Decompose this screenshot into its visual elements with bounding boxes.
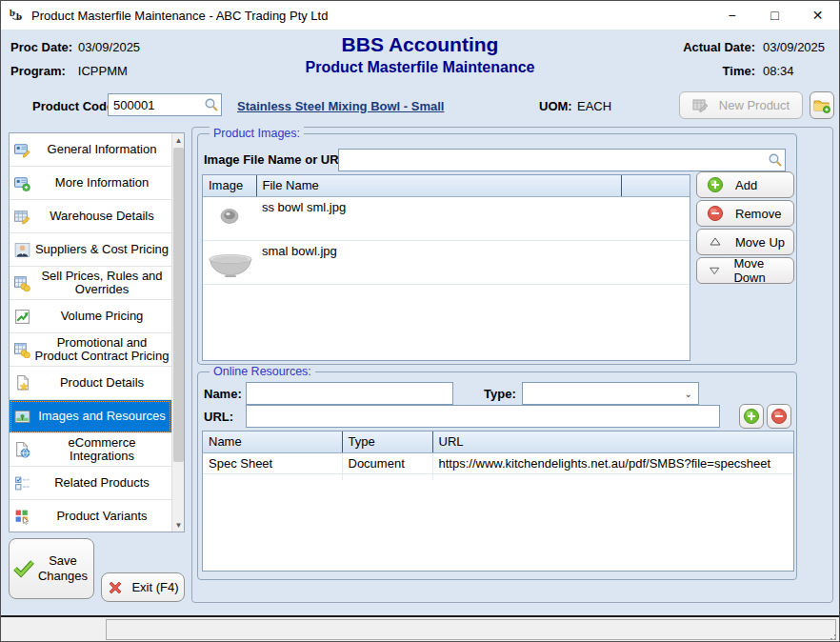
time-value: 08:34 — [763, 59, 831, 83]
add-button[interactable]: Add — [696, 171, 794, 198]
product-images-table[interactable]: Image File Name — [202, 174, 690, 361]
actual-date-label: Actual Date: — [683, 35, 755, 59]
sidebar-item-label: Volume Pricing — [32, 310, 171, 323]
main-panel: Product Images: Image File Name or URL: … — [191, 127, 833, 603]
column-header-image[interactable]: Image — [203, 175, 256, 196]
online-resources-table[interactable]: Name Type URL Spec Sheet Document https:… — [202, 431, 794, 572]
save-check-icon — [13, 558, 36, 579]
add-icon — [707, 176, 724, 193]
scroll-up-icon[interactable]: ▲ — [172, 133, 185, 147]
save-changes-button[interactable]: Save Changes — [9, 538, 94, 599]
table-row[interactable]: Spec Sheet Document https://www.kitchend… — [203, 452, 793, 473]
file-name-cell: smal bowl.jpg — [256, 240, 621, 284]
remove-button-label: Remove — [735, 207, 781, 221]
checklist-icon — [14, 475, 30, 492]
new-product-label: New Product — [719, 98, 790, 112]
sidebar-item-label: Warehouse Details — [32, 210, 171, 223]
exit-button[interactable]: Exit (F4) — [101, 572, 185, 602]
sidebar-item-product-details[interactable]: Product Details — [10, 367, 171, 400]
online-resources-group-label: Online Resources: — [210, 365, 315, 378]
table-header-row: Image File Name — [203, 175, 690, 196]
minimize-button[interactable]: − — [710, 1, 753, 30]
sidebar-item-ecommerce-integrations[interactable]: eCommerce Integrations — [10, 433, 171, 467]
sidebar-item-general-information[interactable]: General Information — [10, 133, 171, 167]
resource-name-label: Name: — [204, 387, 242, 401]
column-header-url[interactable]: URL — [432, 431, 793, 452]
product-images-group-label: Product Images: — [210, 127, 304, 140]
sidebar-scrollbar[interactable]: ▲ ▼ — [171, 133, 184, 532]
sidebar-item-volume-pricing[interactable]: Volume Pricing — [10, 300, 171, 333]
resize-grip[interactable] — [827, 631, 838, 642]
image-file-url-input[interactable] — [338, 149, 786, 171]
product-images-group: Product Images: Image File Name or URL: … — [197, 133, 797, 365]
resource-type-label: Type: — [484, 387, 516, 401]
image-list-buttons: Add Remove Move Up — [696, 171, 794, 286]
move-up-button[interactable]: Move Up — [696, 229, 794, 255]
sidebar-item-label: More Information — [32, 176, 171, 190]
sidebar-item-images-and-resources[interactable]: Images and Resources — [10, 400, 171, 433]
promo-price-icon — [14, 342, 30, 358]
scroll-down-icon[interactable]: ▼ — [172, 518, 185, 532]
header-right: Actual Date:03/09/2025 Time:08:34 — [683, 35, 831, 83]
remove-button[interactable]: Remove — [696, 200, 794, 227]
sidebar-item-sell-prices-rules-overrides[interactable]: Sell Prices, Rules and Overrides — [10, 267, 171, 300]
uom-label: UOM: — [539, 99, 572, 113]
resource-name-input[interactable] — [246, 382, 453, 405]
title-bar: b s b Product Masterfile Maintenance - A… — [1, 1, 839, 30]
resource-url-input[interactable] — [246, 405, 720, 428]
sidebar-item-label: General Information — [32, 143, 171, 156]
table-row[interactable]: ss bowl sml.jpg — [203, 196, 690, 240]
new-product-button[interactable]: New Product — [679, 91, 803, 119]
sidebar-item-label: Product Variants — [32, 510, 171, 523]
sidebar-items: General Information More Information — [10, 133, 171, 532]
online-resources-group: Online Resources: Name: Type: ⌄ URL: — [197, 371, 797, 580]
column-header-type[interactable]: Type — [342, 431, 432, 452]
sidebar-item-label: Promotional and Product Contract Pricing — [32, 336, 171, 363]
image-icon — [14, 409, 30, 425]
move-down-button[interactable]: Move Down — [696, 257, 794, 284]
resource-remove-icon — [770, 408, 788, 425]
status-bar — [1, 617, 839, 642]
sidebar-item-more-information[interactable]: More Information — [10, 167, 171, 200]
resource-url-cell: https://www.kitchendelights.net.au/pdf/S… — [432, 452, 793, 473]
product-code-label: Product Code: — [32, 99, 118, 113]
image-search-icon[interactable] — [768, 152, 783, 168]
resource-url-label: URL: — [204, 410, 233, 424]
add-button-label: Add — [735, 178, 757, 192]
maximize-button[interactable]: □ — [753, 1, 796, 30]
sidebar-item-label: Sell Prices, Rules and Overrides — [32, 270, 171, 296]
open-folder-button[interactable] — [810, 91, 834, 119]
column-header-file-name[interactable]: File Name — [256, 175, 621, 196]
sidebar-item-related-products[interactable]: Related Products — [10, 467, 171, 500]
scrollbar-thumb[interactable] — [173, 148, 184, 462]
resource-name-cell: Spec Sheet — [203, 452, 342, 473]
table-edit-icon — [14, 209, 30, 225]
exit-x-icon — [107, 579, 124, 596]
column-header-blank — [621, 175, 690, 196]
resource-add-button[interactable] — [739, 404, 764, 429]
remove-icon — [707, 205, 724, 222]
resource-type-select[interactable]: ⌄ — [522, 382, 699, 405]
card-add-icon — [14, 175, 30, 191]
price-table-icon — [14, 275, 30, 291]
move-up-icon — [707, 233, 724, 251]
actual-date-value: 03/09/2025 — [763, 35, 831, 59]
svg-text:b: b — [16, 10, 22, 22]
close-button[interactable]: ✕ — [796, 1, 839, 30]
resource-remove-button[interactable] — [767, 404, 791, 429]
app-window: b s b Product Masterfile Maintenance - A… — [0, 0, 840, 642]
sidebar-item-suppliers-cost-pricing[interactable]: Suppliers & Cost Pricing — [10, 233, 171, 267]
product-code-field-wrap — [108, 93, 222, 116]
sidebar-item-warehouse-details[interactable]: Warehouse Details — [10, 200, 171, 233]
sidebar-item-product-variants[interactable]: Product Variants — [10, 500, 171, 532]
variants-icon — [14, 509, 30, 525]
column-header-name[interactable]: Name — [203, 431, 342, 452]
search-icon[interactable] — [204, 97, 219, 112]
sidebar-item-promotional-contract-pricing[interactable]: Promotional and Product Contract Pricing — [10, 333, 171, 367]
product-name-link[interactable]: Stainless Steel Mixing Bowl - Small — [237, 99, 444, 113]
document-star-icon — [14, 375, 30, 391]
table-row[interactable]: smal bowl.jpg — [203, 240, 690, 284]
app-logo-icon: b s b — [9, 7, 26, 24]
card-edit-icon — [14, 142, 30, 158]
move-down-icon — [707, 262, 722, 279]
